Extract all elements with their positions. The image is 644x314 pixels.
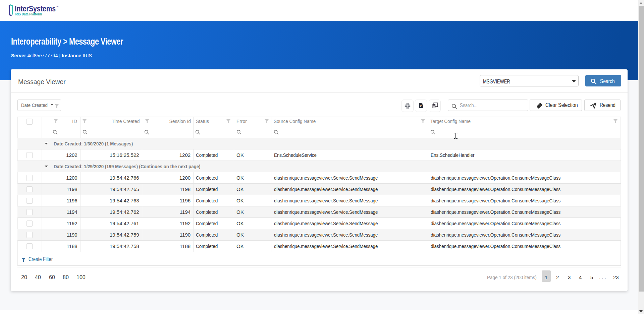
svg-text:TM: TM <box>56 6 59 7</box>
svg-text:x: x <box>420 104 422 108</box>
svg-text:IRIS Data Platform: IRIS Data Platform <box>15 12 42 16</box>
